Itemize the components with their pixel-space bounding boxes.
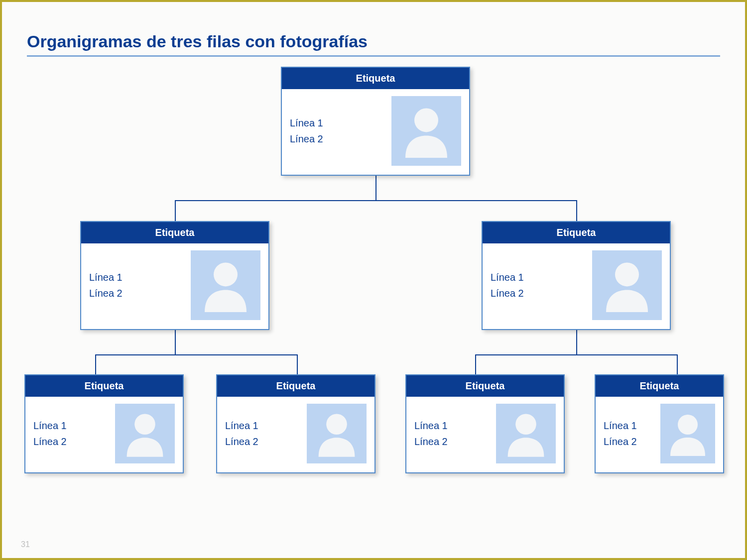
card-label: Etiqueta	[483, 222, 670, 243]
card-label: Etiqueta	[217, 375, 374, 397]
person-icon	[119, 408, 171, 459]
svg-point-4	[326, 414, 347, 435]
avatar-placeholder	[660, 404, 715, 463]
card-line1: Línea 1	[491, 269, 524, 285]
connector-line	[475, 354, 677, 355]
person-icon	[663, 408, 713, 459]
page-number: 31	[21, 540, 30, 549]
card-line2: Línea 2	[414, 434, 448, 449]
card-label: Etiqueta	[282, 68, 469, 89]
svg-point-3	[134, 414, 155, 435]
avatar-placeholder	[307, 404, 367, 463]
card-line2: Línea 2	[33, 434, 67, 449]
person-icon	[196, 255, 255, 315]
connector-line	[297, 354, 298, 374]
avatar-placeholder	[191, 250, 260, 320]
card-line2: Línea 2	[89, 285, 123, 301]
avatar-placeholder	[496, 404, 556, 463]
card-line2: Línea 2	[604, 434, 637, 449]
org-chart: Etiqueta Línea 1 Línea 2 Etiqueta	[27, 67, 720, 515]
connector-line	[175, 330, 176, 354]
card-label: Etiqueta	[81, 222, 268, 243]
org-card-mid-right: Etiqueta Línea 1 Línea 2	[482, 221, 671, 330]
card-label: Etiqueta	[25, 375, 183, 397]
card-line1: Línea 1	[89, 269, 123, 285]
avatar-placeholder	[115, 404, 175, 463]
card-line2: Línea 2	[225, 434, 258, 449]
card-label: Etiqueta	[406, 375, 564, 397]
card-line1: Línea 1	[290, 115, 323, 131]
connector-line	[375, 175, 376, 200]
org-card-leaf-1: Etiqueta Línea 1 Línea 2	[24, 374, 184, 473]
svg-point-6	[678, 415, 698, 435]
connector-line	[175, 200, 176, 221]
svg-point-5	[515, 414, 536, 435]
card-label: Etiqueta	[596, 375, 723, 397]
person-icon	[500, 408, 552, 459]
person-icon	[597, 255, 657, 315]
card-line1: Línea 1	[604, 418, 637, 434]
card-line2: Línea 2	[290, 131, 323, 147]
card-line1: Línea 1	[414, 418, 448, 434]
person-icon	[396, 101, 456, 161]
connector-line	[475, 354, 476, 374]
connector-line	[576, 200, 577, 221]
avatar-placeholder	[592, 250, 662, 320]
connector-line	[95, 354, 96, 374]
svg-point-2	[615, 262, 639, 286]
org-card-leaf-4: Etiqueta Línea 1 Línea 2	[595, 374, 724, 473]
org-card-leaf-3: Etiqueta Línea 1 Línea 2	[405, 374, 565, 473]
person-icon	[311, 408, 363, 459]
org-card-mid-left: Etiqueta Línea 1 Línea 2	[80, 221, 269, 330]
connector-line	[576, 330, 577, 354]
card-line2: Línea 2	[491, 285, 524, 301]
slide-title: Organigramas de tres filas con fotografí…	[27, 32, 720, 57]
connector-line	[175, 200, 576, 201]
svg-point-0	[414, 108, 438, 132]
org-card-leaf-2: Etiqueta Línea 1 Línea 2	[216, 374, 375, 473]
avatar-placeholder	[391, 96, 461, 166]
org-card-root: Etiqueta Línea 1 Línea 2	[281, 67, 470, 176]
card-line1: Línea 1	[33, 418, 67, 434]
connector-line	[95, 354, 297, 355]
svg-point-1	[214, 262, 238, 286]
card-line1: Línea 1	[225, 418, 258, 434]
connector-line	[677, 354, 678, 374]
